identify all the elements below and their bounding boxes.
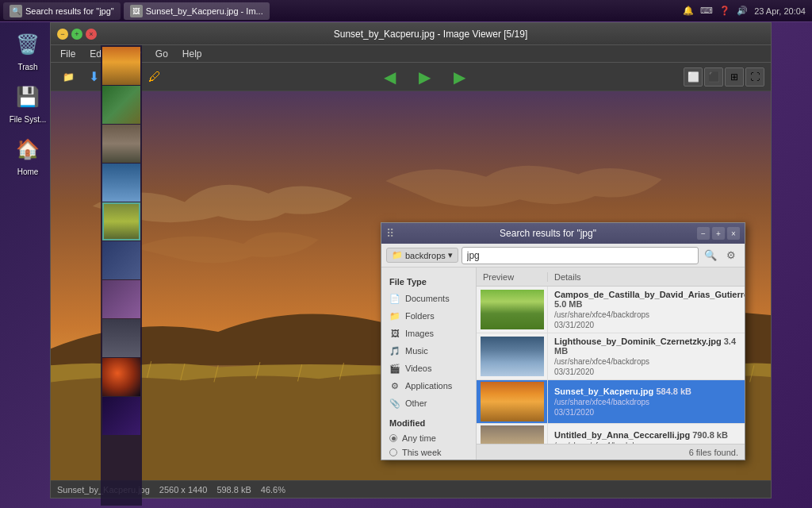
status-filesize: 598.8 kB <box>216 485 251 495</box>
search-settings-button[interactable]: ⚙ <box>722 247 740 264</box>
thumb-img-3 <box>102 125 140 163</box>
result-thumb-1 <box>481 290 544 329</box>
desktop-icons: 🗑️ Trash 💾 File Syst... 🏠 Home <box>0 22 56 183</box>
filter-other[interactable]: 📎 Other <box>381 394 476 412</box>
thumbnail-7[interactable] <box>102 280 140 318</box>
thumbnail-5[interactable] <box>102 202 140 241</box>
eyedropper-button[interactable]: 🖊 <box>144 66 166 88</box>
location-dropdown[interactable]: 📁 backdrops ▾ <box>386 248 458 263</box>
result-item-1[interactable]: Campos_de_Castilla_by_David_Arias_Gutier… <box>477 287 745 333</box>
modified-anytime[interactable]: Any time <box>381 431 476 445</box>
menu-help[interactable]: Help <box>176 47 209 61</box>
maximize-button[interactable]: + <box>71 29 82 40</box>
keyboard-icon: ⌨ <box>700 6 713 16</box>
modified-thisweek[interactable]: This week <box>381 445 476 460</box>
thumbnail-4[interactable] <box>102 164 140 202</box>
search-toolbar: 📁 backdrops ▾ 🔍 ⚙ <box>381 244 745 267</box>
thumb-img-9 <box>102 358 140 396</box>
thumbnail-9[interactable] <box>102 358 140 396</box>
view-fit-button[interactable]: ⬛ <box>704 67 723 87</box>
applications-icon: ⚙ <box>389 380 400 391</box>
eyedropper-icon: 🖊 <box>148 70 161 84</box>
filter-documents[interactable]: 📄 Documents <box>381 290 476 307</box>
results-count: 6 files found. <box>689 448 738 457</box>
next-button[interactable]: ▶ <box>447 66 473 88</box>
filter-folders[interactable]: 📁 Folders <box>381 307 476 325</box>
search-submit-button[interactable]: 🔍 <box>702 247 719 264</box>
result-path-2: /usr/share/xfce4/backdrops <box>554 357 738 366</box>
anytime-radio <box>389 434 397 442</box>
view-grid-button[interactable]: ⊞ <box>725 67 744 87</box>
filter-videos-label: Videos <box>405 364 431 373</box>
filter-images[interactable]: 🖼 Images <box>381 325 476 342</box>
result-filename-1: Campos_de_Castilla_by_David_Arias_Gutier… <box>554 290 745 309</box>
taskbar-app-imageviewer[interactable]: 🖼 Sunset_by_Kacperu.jpg - Im... <box>124 2 270 20</box>
taskbar-app-search[interactable]: 🔍 Search results for "jpg" <box>3 2 121 20</box>
view-fullscreen-button[interactable]: ⛶ <box>745 67 764 87</box>
trash-label: Trash <box>17 63 37 71</box>
search-minimize-button[interactable]: − <box>697 227 710 240</box>
desktop-icon-home[interactable]: 🏠 Home <box>4 133 52 176</box>
view-normal-button[interactable]: ⬜ <box>684 67 703 87</box>
result-filesize-1: 5.0 MB <box>554 299 582 309</box>
search-window: ⠿ Search results for "jpg" − + × 📁 backd… <box>381 222 745 460</box>
volume-icon: 🔊 <box>737 6 748 16</box>
result-item-2[interactable]: Lighthouse_by_Dominik_Czernetzky.jpg 3.4… <box>477 333 745 380</box>
result-details-1: Campos_de_Castilla_by_David_Arias_Gutier… <box>548 287 745 333</box>
thisweek-radio <box>389 448 397 456</box>
image-viewer-titlebar: − + × Sunset_by_Kacperu.jpg - Image View… <box>51 23 771 45</box>
open-button[interactable]: 📁 <box>57 66 79 88</box>
menu-go[interactable]: Go <box>149 47 174 61</box>
result-details-2: Lighthouse_by_Dominik_Czernetzky.jpg 3.4… <box>548 333 745 379</box>
result-filesize-3: 584.8 kB <box>656 387 691 396</box>
search-close-button[interactable]: × <box>727 227 740 240</box>
thumb-img-4 <box>102 164 140 202</box>
thumbnail-3[interactable] <box>102 125 140 163</box>
taskbar: 🔍 Search results for "jpg" 🖼 Sunset_by_K… <box>0 0 812 22</box>
search-maximize-button[interactable]: + <box>712 227 725 240</box>
documents-icon: 📄 <box>389 293 400 304</box>
search-filters-panel: File Type 📄 Documents 📁 Folders 🖼 Images… <box>381 267 477 460</box>
filter-applications-label: Applications <box>405 381 452 391</box>
toolbar-nav: ◀ ▶ ▶ <box>169 66 680 88</box>
images-icon: 🖼 <box>389 328 400 339</box>
result-preview-2 <box>477 333 548 379</box>
next-icon: ▶ <box>454 67 465 87</box>
minimize-button[interactable]: − <box>57 29 68 40</box>
result-item-3[interactable]: Sunset_by_Kacperu.jpg 584.8 kB /usr/shar… <box>477 380 745 424</box>
thumbnail-2[interactable] <box>102 91 140 124</box>
thumb-img-6 <box>102 241 140 279</box>
trash-icon: 🗑️ <box>12 29 44 60</box>
result-thumb-4 <box>481 425 544 444</box>
result-item-4[interactable]: Untitled_by_Anna_Ceccarelli.jpg 790.8 kB… <box>477 424 745 444</box>
thumbnail-8[interactable] <box>102 319 140 357</box>
prev-button[interactable]: ◀ <box>377 66 403 88</box>
thumbnail-10[interactable] <box>102 397 140 435</box>
close-button[interactable]: × <box>86 29 97 40</box>
result-path-3: /usr/share/xfce4/backdrops <box>554 398 738 406</box>
location-icon: 📁 <box>392 250 403 260</box>
image-viewer-title: Sunset_by_Kacperu.jpg - Image Viewer [5/… <box>97 29 764 40</box>
anytime-label: Any time <box>402 433 436 443</box>
thumbnail-6[interactable] <box>102 241 140 279</box>
menu-file[interactable]: File <box>54 47 82 61</box>
filter-videos[interactable]: 🎬 Videos <box>381 360 476 377</box>
thumb-img-10 <box>102 397 140 435</box>
videos-icon: 🎬 <box>389 363 400 374</box>
prev-icon: ◀ <box>384 67 396 87</box>
view-controls: ⬜ ⬛ ⊞ ⛶ <box>684 67 764 87</box>
results-header: Preview Details <box>477 267 745 287</box>
filter-music[interactable]: 🎵 Music <box>381 342 476 360</box>
result-filename-3: Sunset_by_Kacperu.jpg 584.8 kB <box>554 387 738 396</box>
search-win-controls: − + × <box>697 227 740 240</box>
result-thumb-3 <box>481 382 544 421</box>
result-filename-4: Untitled_by_Anna_Ceccarelli.jpg 790.8 kB <box>554 430 738 440</box>
search-window-title: Search results for "jpg" <box>399 228 697 239</box>
search-input[interactable] <box>462 247 699 264</box>
search-titlebar: ⠿ Search results for "jpg" − + × <box>381 223 745 244</box>
desktop-icon-filesystem[interactable]: 💾 File Syst... <box>4 81 52 124</box>
desktop-icon-trash[interactable]: 🗑️ Trash <box>4 29 52 71</box>
filter-applications[interactable]: ⚙ Applications <box>381 377 476 394</box>
play-button[interactable]: ▶ <box>412 66 438 88</box>
filter-music-label: Music <box>405 346 428 356</box>
